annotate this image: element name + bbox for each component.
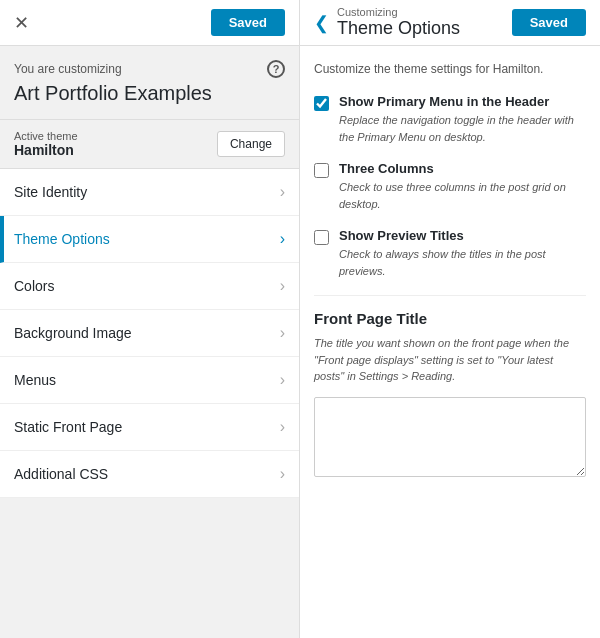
chevron-right-icon: › xyxy=(280,183,285,201)
nav-item-additional-css[interactable]: Additional CSS› xyxy=(0,451,299,498)
customizing-small-label: Customizing xyxy=(337,6,460,18)
nav-item-static-front-page[interactable]: Static Front Page› xyxy=(0,404,299,451)
front-page-desc: The title you want shown on the front pa… xyxy=(314,335,586,385)
front-page-section: Front Page Title The title you want show… xyxy=(314,310,586,480)
nav-item-menus[interactable]: Menus› xyxy=(0,357,299,404)
three-columns-text: Three ColumnsCheck to use three columns … xyxy=(339,161,586,212)
left-header: ✕ Saved xyxy=(0,0,299,46)
right-saved-button[interactable]: Saved xyxy=(512,9,586,36)
right-header: ❮ Customizing Theme Options Saved xyxy=(300,0,600,46)
customizing-label-row: You are customizing ? xyxy=(14,60,285,78)
front-page-title: Front Page Title xyxy=(314,310,586,327)
theme-description: Customize the theme settings for Hamilto… xyxy=(314,60,586,78)
active-theme-section: Active theme Hamilton Change xyxy=(0,119,299,169)
customizing-text: You are customizing xyxy=(14,62,122,76)
back-button[interactable]: ❮ xyxy=(314,12,329,34)
nav-item-background-image[interactable]: Background Image› xyxy=(0,310,299,357)
section-divider xyxy=(314,295,586,296)
show-preview-titles-checkbox[interactable] xyxy=(314,230,329,245)
nav-item-label: Menus xyxy=(14,372,56,388)
chevron-right-icon: › xyxy=(280,324,285,342)
chevron-right-icon: › xyxy=(280,277,285,295)
active-theme-info: Active theme Hamilton xyxy=(14,130,78,158)
options-container: Show Primary Menu in the HeaderReplace t… xyxy=(314,94,586,279)
show-primary-menu-checkbox[interactable] xyxy=(314,96,329,111)
nav-item-label: Additional CSS xyxy=(14,466,108,482)
nav-item-site-identity[interactable]: Site Identity› xyxy=(0,169,299,216)
three-columns-label: Three Columns xyxy=(339,161,586,176)
show-primary-menu-desc: Replace the navigation toggle in the hea… xyxy=(339,112,586,145)
nav-item-colors[interactable]: Colors› xyxy=(0,263,299,310)
nav-list: Site Identity›Theme Options›Colors›Backg… xyxy=(0,169,299,498)
site-name: Art Portfolio Examples xyxy=(14,82,285,105)
chevron-right-icon: › xyxy=(280,371,285,389)
three-columns-desc: Check to use three columns in the post g… xyxy=(339,179,586,212)
option-block-three-columns: Three ColumnsCheck to use three columns … xyxy=(314,161,586,212)
customizing-info: You are customizing ? Art Portfolio Exam… xyxy=(0,46,299,115)
panel-title: Theme Options xyxy=(337,18,460,39)
show-primary-menu-text: Show Primary Menu in the HeaderReplace t… xyxy=(339,94,586,145)
chevron-right-icon: › xyxy=(280,465,285,483)
show-preview-titles-label: Show Preview Titles xyxy=(339,228,586,243)
show-preview-titles-text: Show Preview TitlesCheck to always show … xyxy=(339,228,586,279)
nav-item-label: Background Image xyxy=(14,325,132,341)
show-preview-titles-desc: Check to always show the titles in the p… xyxy=(339,246,586,279)
left-panel: ✕ Saved You are customizing ? Art Portfo… xyxy=(0,0,300,638)
right-panel: ❮ Customizing Theme Options Saved Custom… xyxy=(300,0,600,638)
help-icon[interactable]: ? xyxy=(267,60,285,78)
right-header-left: ❮ Customizing Theme Options xyxy=(314,6,460,39)
close-button[interactable]: ✕ xyxy=(14,14,29,32)
theme-name: Hamilton xyxy=(14,142,78,158)
option-block-show-preview-titles: Show Preview TitlesCheck to always show … xyxy=(314,228,586,279)
option-block-show-primary-menu: Show Primary Menu in the HeaderReplace t… xyxy=(314,94,586,145)
change-theme-button[interactable]: Change xyxy=(217,131,285,157)
nav-item-theme-options[interactable]: Theme Options› xyxy=(0,216,299,263)
front-page-textarea[interactable] xyxy=(314,397,586,477)
nav-item-label: Theme Options xyxy=(14,231,110,247)
active-theme-label: Active theme xyxy=(14,130,78,142)
nav-item-label: Site Identity xyxy=(14,184,87,200)
chevron-right-icon: › xyxy=(280,230,285,248)
nav-item-label: Static Front Page xyxy=(14,419,122,435)
right-content: Customize the theme settings for Hamilto… xyxy=(300,46,600,638)
three-columns-checkbox[interactable] xyxy=(314,163,329,178)
right-header-title-group: Customizing Theme Options xyxy=(337,6,460,39)
show-primary-menu-label: Show Primary Menu in the Header xyxy=(339,94,586,109)
chevron-right-icon: › xyxy=(280,418,285,436)
nav-item-label: Colors xyxy=(14,278,54,294)
saved-button[interactable]: Saved xyxy=(211,9,285,36)
